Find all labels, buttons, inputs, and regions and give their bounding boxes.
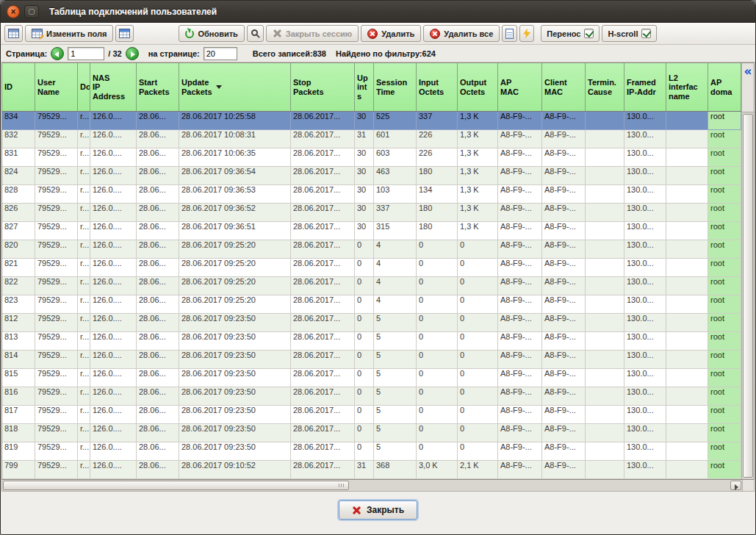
- cell-output-octets: 0: [458, 240, 498, 259]
- cell-domain: r...: [78, 387, 90, 406]
- cell-stop-packets: 28.06.2017...: [291, 130, 355, 148]
- table-row-818[interactable]: 81879529...r...126.0....28.06...28.06.20…: [2, 424, 741, 442]
- vertical-scrollbar[interactable]: [742, 112, 754, 479]
- cell-l2-interface-name: [666, 406, 708, 424]
- refresh-button[interactable]: Обновить: [179, 25, 244, 42]
- cell-input-octets: 180: [417, 204, 458, 222]
- table-row-817[interactable]: 81779529...r...126.0....28.06...28.06.20…: [2, 406, 741, 424]
- table-view-button[interactable]: [115, 25, 134, 42]
- column-label: Update Packets: [181, 78, 212, 96]
- cell-user-name: 79529...: [35, 332, 78, 351]
- cell-update-packets: 28.06.2017 09:23:50: [179, 332, 291, 351]
- cell-start-packets: 28.06...: [137, 240, 179, 259]
- column-header-up-int-s[interactable]: Up int s: [355, 63, 374, 111]
- cell-termin-cause: [586, 204, 624, 222]
- table-row-827[interactable]: 82779529...r...126.0....28.06...28.06.20…: [2, 222, 741, 240]
- column-header-input-octets[interactable]: Input Octets: [417, 63, 458, 111]
- cell-ap-mac: A8-F9-...: [498, 387, 542, 406]
- column-header-termin-cause[interactable]: Termin. Cause: [586, 63, 624, 111]
- column-header-id[interactable]: ID: [2, 63, 35, 111]
- arrow-right-icon: [131, 51, 135, 57]
- cell-input-octets: 226: [417, 130, 458, 148]
- column-header-l2-interface-name[interactable]: L2 interfac name: [666, 63, 708, 111]
- table-row-834[interactable]: 83479529...r...126.0....28.06...28.06.20…: [2, 112, 741, 130]
- column-header-session-time[interactable]: Session Time: [374, 63, 417, 111]
- cell-id: 823: [2, 295, 35, 314]
- cell-session-time: 337: [374, 204, 417, 222]
- horizontal-scrollbar-thumb[interactable]: [3, 481, 349, 490]
- search-button[interactable]: [247, 25, 264, 42]
- cell-ap-mac: A8-F9-...: [498, 369, 542, 387]
- column-header-ap-mac[interactable]: AP MAC: [498, 63, 542, 111]
- close-dialog-button[interactable]: Закрыть: [339, 500, 417, 520]
- horizontal-scrollbar[interactable]: [1, 480, 755, 492]
- column-header-nas-ip-address[interactable]: NAS IP Address: [90, 63, 137, 111]
- column-header-update-packets[interactable]: Update Packets: [179, 63, 291, 111]
- table-row-816[interactable]: 81679529...r...126.0....28.06...28.06.20…: [2, 387, 741, 406]
- cell-framed-ip-addr: 130.0...: [624, 387, 666, 406]
- report-button[interactable]: [502, 25, 517, 42]
- table-row-815[interactable]: 81579529...r...126.0....28.06...28.06.20…: [2, 369, 741, 387]
- table-row-814[interactable]: 81479529...r...126.0....28.06...28.06.20…: [2, 351, 741, 369]
- cell-ap-domain: root: [708, 369, 741, 387]
- table-row-826[interactable]: 82679529...r...126.0....28.06...28.06.20…: [2, 204, 741, 222]
- page-input[interactable]: [68, 47, 104, 60]
- table-settings-button[interactable]: [4, 25, 23, 42]
- cell-input-octets: 0: [417, 295, 458, 314]
- delete-button[interactable]: Удалить: [361, 25, 421, 42]
- column-header-user-name[interactable]: User Name: [35, 63, 78, 111]
- next-page-button[interactable]: [126, 47, 139, 60]
- cell-start-packets: 28.06...: [137, 424, 179, 442]
- vertical-scrollbar-thumb[interactable]: [743, 114, 753, 478]
- column-header-ap-domain[interactable]: AP doma: [708, 63, 741, 111]
- cell-nas-ip-address: 126.0....: [90, 442, 137, 461]
- window-close-button[interactable]: [7, 5, 20, 18]
- column-header-domain[interactable]: Do: [78, 63, 90, 111]
- flash-button[interactable]: [519, 25, 534, 42]
- cell-update-packets: 28.06.2017 09:25:20: [179, 240, 291, 259]
- cell-input-octets: 0: [417, 387, 458, 406]
- column-header-stop-packets[interactable]: Stop Packets: [291, 63, 355, 111]
- table-row-824[interactable]: 82479529...r...126.0....28.06...28.06.20…: [2, 167, 741, 185]
- cell-start-packets: 28.06...: [137, 130, 179, 148]
- cell-up-int-s: 0: [355, 277, 374, 295]
- cell-l2-interface-name: [666, 461, 708, 479]
- column-label: NAS IP Address: [93, 73, 125, 101]
- delete-all-button[interactable]: Удалить все: [423, 25, 500, 42]
- column-header-framed-ip-addr[interactable]: Framed IP-Addr: [624, 63, 666, 111]
- table-row-821[interactable]: 82179529...r...126.0....28.06...28.06.20…: [2, 259, 741, 277]
- table-row-799[interactable]: 79979529...r...126.0....28.06...28.06.20…: [2, 461, 741, 479]
- cell-output-octets: 2,1 K: [458, 461, 498, 479]
- cell-termin-cause: [586, 130, 624, 148]
- cell-l2-interface-name: [666, 424, 708, 442]
- wrap-checkbox[interactable]: [584, 29, 594, 38]
- table-row-820[interactable]: 82079529...r...126.0....28.06...28.06.20…: [2, 240, 741, 259]
- scroll-right-button[interactable]: [730, 481, 741, 490]
- cell-ap-mac: A8-F9-...: [498, 130, 542, 148]
- edit-fields-button[interactable]: Изменить поля: [25, 25, 113, 42]
- collapse-columns-icon[interactable]: [742, 64, 754, 80]
- per-page-input[interactable]: [204, 47, 237, 60]
- close-session-button[interactable]: Закрыть сессию: [266, 25, 359, 42]
- table-row-822[interactable]: 82279529...r...126.0....28.06...28.06.20…: [2, 277, 741, 295]
- table-row-812[interactable]: 81279529...r...126.0....28.06...28.06.20…: [2, 314, 741, 332]
- column-header-start-packets[interactable]: Start Packets: [137, 63, 179, 111]
- delete-button-label: Удалить: [381, 29, 414, 38]
- table-row-828[interactable]: 82879529...r...126.0....28.06...28.06.20…: [2, 185, 741, 204]
- cell-id: 813: [2, 332, 35, 351]
- cell-client-mac: A8-F9-...: [542, 332, 586, 351]
- cell-ap-mac: A8-F9-...: [498, 406, 542, 424]
- table-row-832[interactable]: 83279529...r...126.0....28.06...28.06.20…: [2, 130, 741, 148]
- cell-update-packets: 28.06.2017 09:36:53: [179, 185, 291, 204]
- table-row-831[interactable]: 83179529...r...126.0....28.06...28.06.20…: [2, 148, 741, 167]
- cell-id: 828: [2, 185, 35, 204]
- window-maximize-button[interactable]: [24, 5, 39, 18]
- column-header-output-octets[interactable]: Output Octets: [458, 63, 498, 111]
- hscroll-checkbox[interactable]: [641, 29, 651, 38]
- cell-up-int-s: 0: [355, 406, 374, 424]
- table-row-813[interactable]: 81379529...r...126.0....28.06...28.06.20…: [2, 332, 741, 351]
- table-row-823[interactable]: 82379529...r...126.0....28.06...28.06.20…: [2, 295, 741, 314]
- table-row-819[interactable]: 81979529...r...126.0....28.06...28.06.20…: [2, 442, 741, 461]
- column-header-client-mac[interactable]: Client MAC: [542, 63, 586, 111]
- prev-page-button[interactable]: [51, 47, 64, 60]
